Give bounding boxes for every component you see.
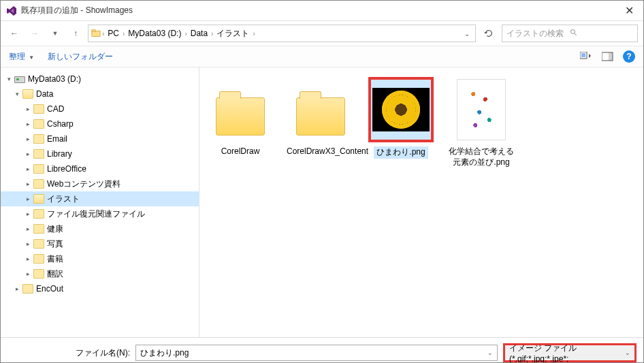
tree-node-folder[interactable]: ▸写真 bbox=[1, 236, 199, 251]
chevron-right-icon: › bbox=[211, 30, 213, 37]
tree-node-folder[interactable]: ▸Csharp bbox=[1, 116, 199, 131]
breadcrumb-item[interactable]: Data bbox=[189, 29, 210, 38]
folder-icon bbox=[33, 149, 44, 159]
search-placeholder: イラストの検索 bbox=[506, 28, 570, 40]
svg-rect-7 bbox=[609, 52, 613, 61]
tree-node-folder[interactable]: ▸翻訳 bbox=[1, 266, 199, 281]
folder-icon bbox=[33, 164, 44, 174]
file-type-filter[interactable]: イメージ ファイル (*.gif;*.jpg;*.jpe*; ⌄ bbox=[503, 343, 637, 362]
svg-rect-5 bbox=[581, 53, 585, 57]
folder-icon bbox=[33, 254, 44, 264]
folder-icon bbox=[33, 119, 44, 129]
organize-menu[interactable]: 整理 ▼ bbox=[9, 51, 34, 63]
nav-back-button[interactable]: ← bbox=[6, 25, 22, 42]
close-button[interactable]: ✕ bbox=[621, 4, 638, 17]
folder-icon bbox=[22, 89, 33, 99]
file-list[interactable]: CorelDraw CorelDrawX3_Content ひまわり.png 化… bbox=[199, 67, 643, 337]
tree-node-folder[interactable]: ▸Email bbox=[1, 131, 199, 146]
breadcrumb-item[interactable]: MyData03 (D:) bbox=[126, 29, 183, 38]
window-title: 既存項目の追加 - ShowImages bbox=[21, 5, 133, 16]
filename-input[interactable]: ひまわり.png ⌄ bbox=[135, 345, 498, 361]
folder-icon bbox=[216, 97, 265, 136]
tree-node-folder[interactable]: ▾Data bbox=[1, 86, 199, 101]
chevron-right-icon: › bbox=[102, 30, 104, 37]
image-thumbnail bbox=[457, 79, 506, 140]
chevron-right-icon: › bbox=[123, 30, 125, 37]
tree-node-folder[interactable]: ▸CAD bbox=[1, 101, 199, 116]
tree-node-drive[interactable]: ▾MyData03 (D:) bbox=[1, 72, 199, 86]
folder-icon bbox=[33, 179, 44, 189]
tree-node-folder[interactable]: ▸Library bbox=[1, 146, 199, 161]
folder-icon bbox=[33, 209, 44, 219]
folder-item[interactable]: CorelDraw bbox=[206, 77, 274, 157]
tree-node-folder[interactable]: ▸EncOut bbox=[1, 281, 199, 296]
file-item[interactable]: 化学結合で考える元素の並び.png bbox=[447, 77, 515, 168]
image-thumbnail bbox=[372, 88, 430, 131]
folder-icon bbox=[33, 194, 44, 204]
svg-point-2 bbox=[571, 29, 575, 33]
breadcrumb-dropdown[interactable]: ⌄ bbox=[462, 30, 472, 37]
folder-icon bbox=[33, 224, 44, 234]
tree-node-folder[interactable]: ▸LibreOffice bbox=[1, 161, 199, 176]
filename-label: ファイル名(N): bbox=[7, 347, 130, 359]
breadcrumb-item[interactable]: イラスト bbox=[214, 28, 251, 40]
refresh-button[interactable] bbox=[480, 29, 498, 38]
drive-icon bbox=[14, 76, 25, 83]
svg-rect-1 bbox=[92, 30, 95, 32]
search-icon bbox=[570, 29, 633, 39]
tree-node-folder[interactable]: ▸健康 bbox=[1, 221, 199, 236]
app-icon bbox=[6, 5, 17, 16]
tree-node-folder[interactable]: ▸ファイル復元関連ファイル bbox=[1, 206, 199, 221]
file-item-selected[interactable]: ひまわり.png bbox=[367, 77, 435, 159]
folder-icon bbox=[33, 269, 44, 279]
chevron-down-icon[interactable]: ⌄ bbox=[487, 349, 493, 356]
folder-item[interactable]: CorelDrawX3_Content bbox=[287, 77, 355, 157]
svg-line-3 bbox=[575, 33, 577, 35]
folder-icon bbox=[33, 134, 44, 144]
chevron-right-icon: › bbox=[184, 30, 187, 37]
chevron-down-icon: ▼ bbox=[29, 54, 34, 61]
folder-icon bbox=[91, 29, 101, 38]
search-input[interactable]: イラストの検索 bbox=[502, 25, 638, 42]
folder-icon bbox=[296, 97, 345, 136]
nav-history-dropdown[interactable]: ▼ bbox=[47, 25, 63, 42]
nav-up-button[interactable]: ↑ bbox=[67, 25, 84, 42]
nav-forward-button[interactable]: → bbox=[27, 25, 43, 42]
tree-node-folder[interactable]: ▸イラスト bbox=[1, 191, 199, 206]
chevron-right-icon: › bbox=[253, 30, 255, 37]
new-folder-button[interactable]: 新しいフォルダー bbox=[48, 51, 113, 63]
chevron-down-icon: ⌄ bbox=[625, 349, 630, 356]
view-options-button[interactable] bbox=[579, 50, 593, 63]
breadcrumb-item[interactable]: PC bbox=[106, 29, 121, 38]
folder-icon bbox=[33, 239, 44, 249]
tree-node-folder[interactable]: ▸書籍 bbox=[1, 251, 199, 266]
preview-pane-button[interactable] bbox=[601, 50, 615, 63]
folder-tree[interactable]: ▾MyData03 (D:) ▾Data ▸CAD▸Csharp▸Email▸L… bbox=[1, 67, 199, 337]
help-button[interactable]: ? bbox=[623, 50, 635, 63]
folder-icon bbox=[22, 284, 33, 294]
folder-icon bbox=[33, 104, 44, 114]
tree-node-folder[interactable]: ▸Webコンテンツ資料 bbox=[1, 176, 199, 191]
breadcrumb[interactable]: › PC › MyData03 (D:) › Data › イラスト › ⌄ bbox=[88, 25, 476, 42]
